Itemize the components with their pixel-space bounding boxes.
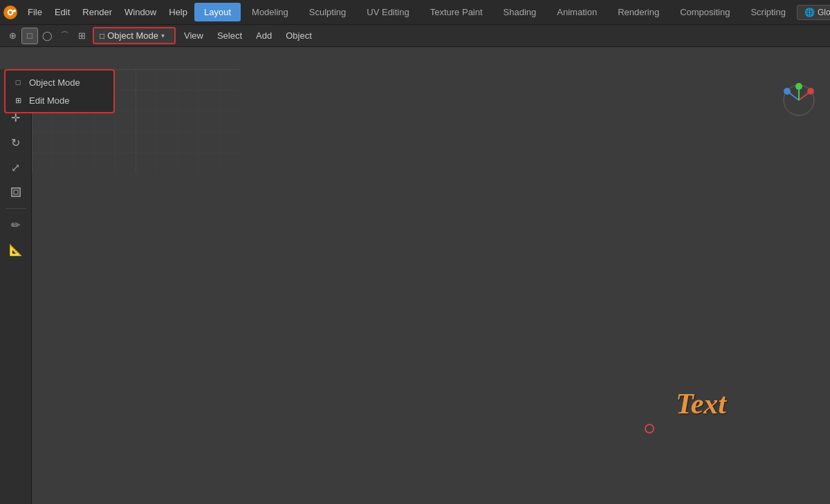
viewport-3d[interactable]: Text xyxy=(32,69,830,504)
annotate-tool-button[interactable]: ✏ xyxy=(4,213,28,236)
transform-tool-button[interactable] xyxy=(4,180,28,204)
select-box-icon[interactable]: □ xyxy=(21,28,38,44)
svg-point-28 xyxy=(795,83,802,90)
globe-icon: 🌐 xyxy=(804,8,815,17)
select-lasso-icon[interactable]: ⌒ xyxy=(56,28,73,44)
svg-point-2 xyxy=(9,10,12,13)
select-circle-icon[interactable]: ◯ xyxy=(39,28,55,44)
svg-rect-5 xyxy=(14,190,18,194)
tab-scripting[interactable]: Scripting xyxy=(741,3,795,21)
tab-compositing[interactable]: Compositing xyxy=(670,3,739,21)
mode-chevron-icon: ▾ xyxy=(161,32,165,39)
scale-tool-button[interactable]: ⤢ xyxy=(4,156,28,179)
object-mode-icon: □ xyxy=(12,77,24,88)
top-menu-bar: File Edit Render Window Help Layout Mode… xyxy=(0,0,830,25)
object-mode-label: Object Mode xyxy=(29,77,80,88)
mode-icon: □ xyxy=(100,31,104,41)
header-tools: ⊕ □ ◯ ⌒ ⊞ xyxy=(4,28,90,44)
toolbar-view[interactable]: View xyxy=(178,28,209,43)
toolbar-select[interactable]: Select xyxy=(212,28,248,43)
side-toolbar: ⊕ ✛ ↻ ⤢ ✏ 📐 xyxy=(0,69,32,504)
tab-shading[interactable]: Shading xyxy=(494,3,546,21)
tab-animation[interactable]: Animation xyxy=(547,3,607,21)
menu-render[interactable]: Render xyxy=(77,4,118,20)
cursor-tool-icon[interactable]: ⊕ xyxy=(4,28,21,44)
edit-mode-label: Edit Mode xyxy=(29,95,70,106)
tab-layout[interactable]: Layout xyxy=(194,3,241,21)
svg-rect-4 xyxy=(12,188,20,196)
global-orientation-button[interactable]: 🌐 Global ▾ xyxy=(797,5,830,20)
toolbar-divider-2 xyxy=(6,208,26,209)
tab-modeling[interactable]: Modeling xyxy=(242,3,298,21)
popup-object-mode[interactable]: □ Object Mode xyxy=(6,73,113,91)
menu-edit[interactable]: Edit xyxy=(49,4,75,20)
toolbar-add[interactable]: Add xyxy=(250,28,277,43)
viewport-controls: 🌐 Global ▾ ⊙ ⊞ ○ ∧ xyxy=(797,5,830,20)
measure-tool-button[interactable]: 📐 xyxy=(4,238,28,261)
navigation-gizmo[interactable] xyxy=(782,83,816,118)
svg-point-26 xyxy=(784,88,791,95)
select-more-icon[interactable]: ⊞ xyxy=(73,28,90,44)
tab-uv-editing[interactable]: UV Editing xyxy=(357,3,418,21)
workspace-tabs: Layout Modeling Sculpting UV Editing Tex… xyxy=(194,3,795,21)
scene-text-object[interactable]: Text xyxy=(676,387,726,420)
mode-label: Object Mode xyxy=(107,30,158,41)
object-mode-dropdown[interactable]: □ Object Mode ▾ xyxy=(93,27,176,44)
mode-dropdown-popup: □ Object Mode ⊞ Edit Mode xyxy=(4,69,115,113)
tab-texture-paint[interactable]: Texture Paint xyxy=(421,3,492,21)
rotate-tool-button[interactable]: ↻ xyxy=(4,131,28,154)
tab-rendering[interactable]: Rendering xyxy=(608,3,669,21)
svg-point-24 xyxy=(807,88,814,95)
text-object-origin xyxy=(645,424,654,433)
menu-help[interactable]: Help xyxy=(163,4,193,20)
toolbar-object[interactable]: Object xyxy=(280,28,317,43)
popup-edit-mode[interactable]: ⊞ Edit Mode xyxy=(6,91,113,109)
menu-file[interactable]: File xyxy=(22,4,48,20)
edit-mode-icon: ⊞ xyxy=(12,95,24,106)
viewport-toolbar: ⊕ □ ◯ ⌒ ⊞ □ Object Mode ▾ View Select Ad… xyxy=(0,25,830,47)
tab-sculpting[interactable]: Sculpting xyxy=(299,3,356,21)
menu-window[interactable]: Window xyxy=(119,4,162,20)
blender-logo[interactable] xyxy=(3,3,18,22)
